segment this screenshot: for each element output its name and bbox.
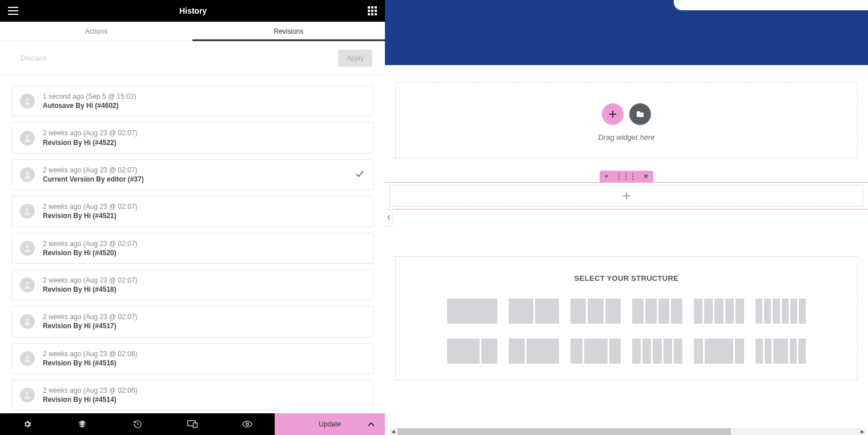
avatar: [20, 167, 35, 182]
svg-point-15: [26, 208, 29, 211]
structure-option[interactable]: [570, 339, 621, 364]
structure-column: [782, 299, 789, 324]
revision-item[interactable]: 2 weeks ago (Aug 23 @ 02:06)Revision By …: [11, 343, 373, 374]
history-panel: History Actions Revisions Discard Apply …: [0, 0, 385, 435]
revision-item[interactable]: 2 weeks ago (Aug 23 @ 02:07)Revision By …: [11, 122, 373, 153]
revision-desc: Revision By Hi (#4521): [43, 211, 138, 220]
svg-rect-5: [375, 6, 377, 9]
add-section-button[interactable]: [602, 103, 624, 125]
structure-option[interactable]: [447, 299, 497, 324]
structure-option[interactable]: [694, 299, 744, 324]
structure-column: [509, 339, 525, 364]
revision-item[interactable]: 2 weeks ago (Aug 23 @ 02:07)Revision By …: [11, 233, 373, 264]
structure-column: [773, 339, 787, 364]
menu-icon[interactable]: [8, 7, 18, 15]
add-template-button[interactable]: [629, 103, 651, 125]
svg-point-18: [26, 319, 29, 321]
responsive-icon[interactable]: [165, 413, 220, 435]
structure-option[interactable]: [509, 299, 559, 324]
structure-column: [765, 339, 772, 364]
revision-desc: Autosave By Hi (#4602): [43, 101, 136, 110]
svg-rect-8: [375, 10, 377, 12]
structure-option[interactable]: [632, 339, 682, 364]
empty-section[interactable]: [385, 182, 868, 210]
svg-rect-6: [368, 10, 370, 12]
structure-option[interactable]: [509, 339, 559, 364]
update-button[interactable]: Update: [275, 413, 385, 435]
structure-option[interactable]: [756, 299, 806, 324]
close-icon[interactable]: ✕: [643, 173, 649, 180]
editor-canvas: Drag widget here + ⋮⋮⋮ ✕ SELECT YOUR STR…: [385, 0, 868, 435]
tab-actions[interactable]: Actions: [0, 22, 192, 41]
add-section-controls: [602, 103, 651, 125]
revision-desc: Revision By Hi (#4514): [43, 395, 138, 404]
svg-point-19: [26, 355, 29, 358]
structure-column: [527, 339, 559, 364]
svg-rect-11: [375, 13, 377, 15]
structure-column: [736, 299, 744, 324]
revision-item[interactable]: 2 weeks ago (Aug 23 @ 02:07)Revision By …: [11, 306, 373, 337]
structure-column: [694, 339, 703, 364]
revision-time: 2 weeks ago (Aug 23 @ 02:07): [43, 276, 138, 285]
history-icon[interactable]: [110, 413, 165, 435]
svg-point-20: [26, 392, 29, 395]
structure-column: [584, 339, 608, 364]
structure-column: [756, 339, 763, 364]
revision-time: 2 weeks ago (Aug 23 @ 02:07): [43, 128, 138, 138]
revision-item[interactable]: 2 weeks ago (Aug 23 @ 02:06)Revision By …: [11, 380, 373, 410]
section-handle-bar: + ⋮⋮⋮ ✕: [385, 171, 868, 182]
apply-button[interactable]: Apply: [338, 50, 372, 67]
svg-rect-1: [8, 10, 18, 11]
add-section-zone[interactable]: Drag widget here: [395, 82, 858, 158]
revision-desc: Revision By Hi (#4518): [43, 285, 138, 294]
svg-point-12: [26, 98, 29, 101]
structure-option[interactable]: [756, 339, 806, 364]
structure-column: [705, 339, 733, 364]
discard-apply-row: Discard Apply: [0, 41, 385, 75]
revision-item[interactable]: 2 weeks ago (Aug 23 @ 02:07)Revision By …: [11, 196, 373, 227]
structure-option[interactable]: [447, 339, 497, 364]
scroll-right-icon[interactable]: ▶: [859, 429, 866, 434]
scrollbar-thumb[interactable]: [397, 428, 731, 435]
revision-item[interactable]: 1 second ago (Sep 5 @ 15:02)Autosave By …: [11, 86, 373, 116]
structure-column: [447, 339, 480, 364]
revision-desc: Revision By Hi (#4516): [43, 359, 138, 368]
structure-option[interactable]: [632, 299, 682, 324]
structure-column: [714, 299, 723, 324]
tab-revisions[interactable]: Revisions: [192, 22, 385, 41]
structure-column: [570, 339, 582, 364]
panel-collapse-toggle[interactable]: [385, 209, 393, 226]
svg-point-16: [26, 245, 29, 248]
section-handle[interactable]: + ⋮⋮⋮ ✕: [600, 171, 653, 182]
add-column-zone[interactable]: [389, 185, 863, 207]
widgets-icon[interactable]: [368, 6, 377, 15]
discard-button[interactable]: Discard: [21, 54, 46, 62]
svg-rect-3: [368, 6, 370, 9]
preview-icon[interactable]: [220, 413, 275, 435]
avatar: [20, 388, 35, 402]
drag-widget-label: Drag widget here: [598, 133, 655, 142]
tab-label: Actions: [85, 27, 107, 35]
structure-picker: SELECT YOUR STRUCTURE: [395, 256, 858, 380]
add-icon[interactable]: +: [604, 173, 608, 180]
panel-header: History: [0, 0, 385, 22]
structure-option[interactable]: [570, 299, 621, 324]
settings-icon[interactable]: [0, 413, 55, 435]
revision-time: 2 weeks ago (Aug 23 @ 02:06): [43, 349, 138, 359]
avatar: [20, 204, 35, 219]
navigator-icon[interactable]: [55, 413, 110, 435]
structure-column: [658, 299, 670, 324]
revision-time: 2 weeks ago (Aug 23 @ 02:07): [43, 202, 138, 211]
structure-column: [674, 339, 682, 364]
drag-icon[interactable]: ⋮⋮⋮: [616, 173, 636, 180]
revision-desc: Revision By Hi (#4522): [43, 138, 138, 147]
structure-column: [764, 299, 771, 324]
structure-option[interactable]: [694, 339, 744, 364]
horizontal-scrollbar[interactable]: ◀ ▶: [389, 428, 866, 435]
hero-section[interactable]: [385, 0, 868, 65]
scroll-left-icon[interactable]: ◀: [389, 429, 396, 434]
revision-item[interactable]: 2 weeks ago (Aug 23 @ 02:07)Current Vers…: [11, 159, 373, 190]
revision-list[interactable]: 1 second ago (Sep 5 @ 15:02)Autosave By …: [0, 75, 385, 413]
chevron-up-icon[interactable]: [368, 420, 375, 428]
revision-item[interactable]: 2 weeks ago (Aug 23 @ 02:07)Revision By …: [11, 269, 373, 300]
